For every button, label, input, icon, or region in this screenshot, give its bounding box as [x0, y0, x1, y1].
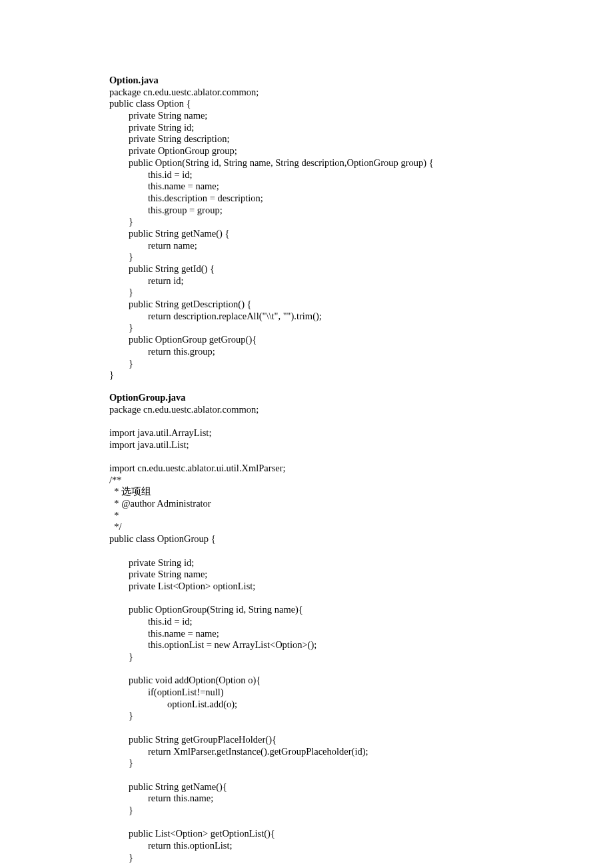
file-code-optiongroup: package cn.edu.uestc.ablator.common; imp…: [109, 404, 504, 864]
file-code-option: package cn.edu.uestc.ablator.common; pub…: [109, 87, 504, 381]
file-section-option: Option.java package cn.edu.uestc.ablator…: [109, 75, 504, 381]
file-heading-optiongroup: OptionGroup.java: [109, 392, 504, 404]
file-heading-option: Option.java: [109, 75, 504, 87]
file-section-optiongroup: OptionGroup.java package cn.edu.uestc.ab…: [109, 392, 504, 864]
